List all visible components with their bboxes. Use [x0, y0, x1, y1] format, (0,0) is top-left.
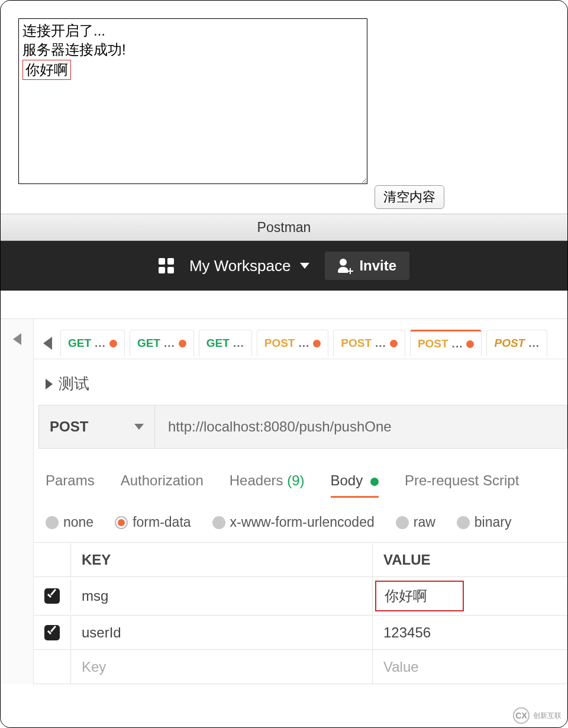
chevron-down-icon	[300, 263, 309, 269]
radio-icon	[457, 516, 470, 529]
unsaved-dot-icon	[109, 340, 117, 347]
request-url-bar: POST http://localhost:8080/push/pushOne	[38, 405, 567, 449]
key-cell[interactable]: msg	[70, 579, 372, 613]
chevron-down-icon	[134, 424, 144, 430]
unsaved-dot-icon	[390, 340, 398, 347]
table-row-placeholder[interactable]: Key Value	[34, 650, 567, 684]
body-type-binary[interactable]: binary	[457, 514, 512, 530]
table-row: msg你好啊	[34, 577, 567, 616]
tab-method-label: GET	[137, 337, 160, 350]
request-tab[interactable]: GET...	[130, 330, 194, 356]
value-input-placeholder[interactable]: Value	[372, 650, 567, 684]
request-tab[interactable]: POST...	[486, 330, 547, 356]
add-person-icon	[338, 259, 352, 273]
tab-ellipsis: ...	[452, 337, 463, 350]
tab-method-label: POST	[494, 337, 525, 350]
window-title: Postman	[257, 220, 311, 236]
row-checkbox[interactable]	[44, 588, 60, 604]
tab-ellipsis: ...	[528, 337, 540, 350]
body-active-dot-icon	[370, 478, 379, 486]
value-cell[interactable]: 123456	[372, 616, 567, 649]
unsaved-dot-icon	[466, 340, 474, 348]
clear-button[interactable]: 清空内容	[375, 185, 444, 209]
watermark-text: 创新互联	[533, 711, 561, 721]
tab-method-label: POST	[264, 337, 295, 350]
subtab-body[interactable]: Body	[331, 472, 379, 498]
request-tab[interactable]: GET...	[199, 330, 252, 356]
triangle-right-icon	[46, 379, 53, 389]
window-titlebar: Postman	[1, 214, 567, 241]
table-row: userId123456	[34, 616, 567, 650]
output-line: 你好啊	[22, 60, 363, 80]
table-header-row: KEY VALUE	[34, 543, 567, 577]
output-line: 服务器连接成功!	[22, 40, 363, 59]
request-tab[interactable]: POST...	[333, 330, 405, 356]
tab-ellipsis: ...	[298, 337, 309, 350]
row-checkbox[interactable]	[44, 625, 60, 640]
radio-icon	[212, 516, 225, 529]
radio-checked-icon	[115, 516, 128, 529]
tab-ellipsis: ...	[233, 337, 244, 350]
subtab-prerequest[interactable]: Pre-request Script	[405, 472, 519, 498]
request-subtabs: Params Authorization Headers (9) Body Pr…	[34, 449, 567, 498]
tab-method-label: POST	[418, 337, 448, 350]
key-cell[interactable]: userId	[70, 616, 372, 649]
breadcrumb[interactable]: 测试	[34, 359, 567, 405]
request-tab[interactable]: POST...	[257, 330, 329, 356]
value-column-header: VALUE	[372, 543, 567, 576]
toolbar-strip	[1, 291, 567, 319]
radio-icon	[396, 516, 409, 529]
body-type-raw[interactable]: raw	[396, 514, 435, 530]
body-type-form-data[interactable]: form-data	[115, 514, 191, 530]
highlighted-value: 你好啊	[375, 581, 464, 611]
radio-icon	[46, 516, 59, 529]
tab-method-label: GET	[68, 337, 91, 350]
tab-method-label: GET	[206, 337, 230, 350]
invite-button[interactable]: Invite	[325, 252, 409, 280]
tab-ellipsis: ...	[95, 337, 106, 350]
collapse-sidebar-icon[interactable]	[13, 333, 21, 345]
watermark: CX 创新互联	[513, 707, 561, 724]
request-tabs: GET...GET...GET...POST...POST...POST...P…	[34, 319, 567, 359]
tab-method-label: POST	[341, 337, 372, 350]
highlighted-output: 你好啊	[22, 60, 71, 80]
url-input[interactable]: http://localhost:8080/push/pushOne	[155, 405, 567, 448]
url-value: http://localhost:8080/push/pushOne	[168, 418, 392, 435]
workspace-grid-icon[interactable]	[159, 258, 174, 273]
headers-count-badge: (9)	[287, 472, 304, 488]
unsaved-dot-icon	[179, 340, 186, 347]
key-column-header: KEY	[70, 543, 372, 576]
subtab-headers-label: Headers	[230, 472, 283, 488]
workspace-label: My Workspace	[189, 257, 291, 275]
watermark-logo-icon: CX	[513, 707, 530, 724]
app-header: My Workspace Invite	[1, 241, 567, 291]
value-cell[interactable]: 你好啊	[372, 577, 567, 615]
request-tab[interactable]: POST...	[410, 330, 482, 356]
subtab-body-label: Body	[331, 472, 363, 488]
tab-ellipsis: ...	[375, 337, 386, 350]
workspace-dropdown[interactable]: My Workspace	[189, 257, 309, 275]
body-type-radios: none form-data x-www-form-urlencoded raw…	[34, 498, 567, 539]
output-line: 连接开启了...	[22, 21, 363, 40]
subtab-authorization[interactable]: Authorization	[121, 472, 204, 498]
http-method-value: POST	[50, 418, 88, 435]
http-method-select[interactable]: POST	[39, 405, 155, 448]
tabs-scroll-left-icon[interactable]	[43, 337, 52, 350]
subtab-headers[interactable]: Headers (9)	[230, 472, 305, 498]
left-rail	[1, 319, 34, 684]
output-textarea[interactable]: 连接开启了...服务器连接成功!你好啊	[18, 18, 367, 184]
unsaved-dot-icon	[313, 340, 321, 347]
form-data-table: KEY VALUE msg你好啊userId123456 Key Value	[34, 542, 567, 684]
invite-label: Invite	[359, 257, 396, 274]
key-input-placeholder[interactable]: Key	[70, 650, 372, 684]
tab-ellipsis: ...	[164, 337, 175, 350]
breadcrumb-label: 测试	[59, 373, 89, 394]
subtab-params[interactable]: Params	[46, 472, 95, 498]
body-type-xwww[interactable]: x-www-form-urlencoded	[212, 514, 375, 530]
request-tab[interactable]: GET...	[60, 330, 125, 356]
body-type-none[interactable]: none	[46, 514, 93, 530]
